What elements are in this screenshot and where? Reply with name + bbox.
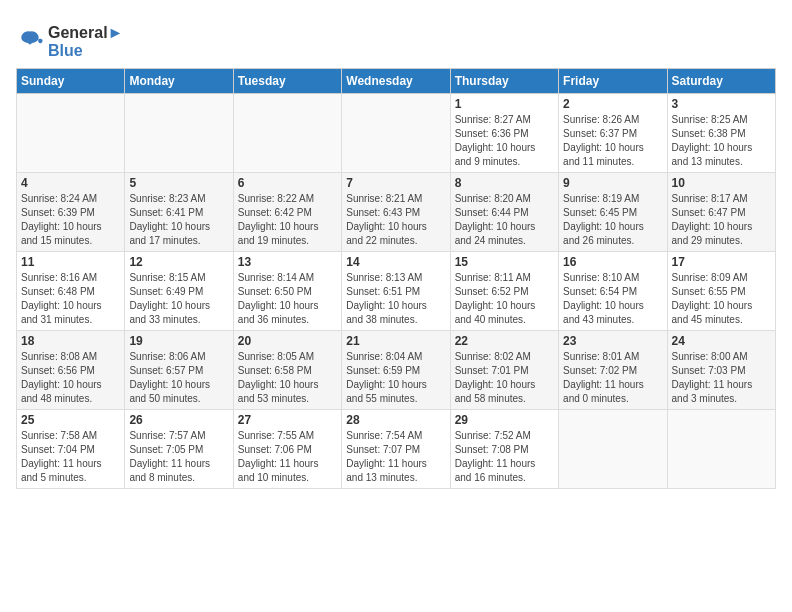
- day-number: 10: [672, 176, 771, 190]
- day-number: 25: [21, 413, 120, 427]
- calendar-cell: 14Sunrise: 8:13 AMSunset: 6:51 PMDayligh…: [342, 252, 450, 331]
- day-info: Sunrise: 7:57 AMSunset: 7:05 PMDaylight:…: [129, 429, 228, 485]
- calendar-cell: 16Sunrise: 8:10 AMSunset: 6:54 PMDayligh…: [559, 252, 667, 331]
- day-number: 4: [21, 176, 120, 190]
- calendar-cell: 15Sunrise: 8:11 AMSunset: 6:52 PMDayligh…: [450, 252, 558, 331]
- day-number: 29: [455, 413, 554, 427]
- calendar-header: SundayMondayTuesdayWednesdayThursdayFrid…: [17, 69, 776, 94]
- calendar-cell: 22Sunrise: 8:02 AMSunset: 7:01 PMDayligh…: [450, 331, 558, 410]
- logo-icon: [16, 28, 44, 56]
- day-number: 2: [563, 97, 662, 111]
- calendar-cell: 13Sunrise: 8:14 AMSunset: 6:50 PMDayligh…: [233, 252, 341, 331]
- calendar-cell: [233, 94, 341, 173]
- calendar-cell: 18Sunrise: 8:08 AMSunset: 6:56 PMDayligh…: [17, 331, 125, 410]
- calendar-cell: 5Sunrise: 8:23 AMSunset: 6:41 PMDaylight…: [125, 173, 233, 252]
- day-info: Sunrise: 8:00 AMSunset: 7:03 PMDaylight:…: [672, 350, 771, 406]
- day-number: 11: [21, 255, 120, 269]
- calendar-cell: 2Sunrise: 8:26 AMSunset: 6:37 PMDaylight…: [559, 94, 667, 173]
- day-number: 1: [455, 97, 554, 111]
- day-info: Sunrise: 8:21 AMSunset: 6:43 PMDaylight:…: [346, 192, 445, 248]
- calendar-cell: 6Sunrise: 8:22 AMSunset: 6:42 PMDaylight…: [233, 173, 341, 252]
- day-info: Sunrise: 8:19 AMSunset: 6:45 PMDaylight:…: [563, 192, 662, 248]
- day-info: Sunrise: 8:05 AMSunset: 6:58 PMDaylight:…: [238, 350, 337, 406]
- header-day-friday: Friday: [559, 69, 667, 94]
- logo: General► Blue: [16, 24, 123, 60]
- day-number: 27: [238, 413, 337, 427]
- header-day-wednesday: Wednesday: [342, 69, 450, 94]
- day-info: Sunrise: 8:25 AMSunset: 6:38 PMDaylight:…: [672, 113, 771, 169]
- day-number: 24: [672, 334, 771, 348]
- day-number: 15: [455, 255, 554, 269]
- header-day-tuesday: Tuesday: [233, 69, 341, 94]
- calendar-cell: 1Sunrise: 8:27 AMSunset: 6:36 PMDaylight…: [450, 94, 558, 173]
- day-info: Sunrise: 8:06 AMSunset: 6:57 PMDaylight:…: [129, 350, 228, 406]
- week-row-5: 25Sunrise: 7:58 AMSunset: 7:04 PMDayligh…: [17, 410, 776, 489]
- calendar-cell: [17, 94, 125, 173]
- day-info: Sunrise: 8:22 AMSunset: 6:42 PMDaylight:…: [238, 192, 337, 248]
- calendar-cell: 3Sunrise: 8:25 AMSunset: 6:38 PMDaylight…: [667, 94, 775, 173]
- calendar-body: 1Sunrise: 8:27 AMSunset: 6:36 PMDaylight…: [17, 94, 776, 489]
- week-row-1: 1Sunrise: 8:27 AMSunset: 6:36 PMDaylight…: [17, 94, 776, 173]
- header-row: SundayMondayTuesdayWednesdayThursdayFrid…: [17, 69, 776, 94]
- day-info: Sunrise: 8:20 AMSunset: 6:44 PMDaylight:…: [455, 192, 554, 248]
- day-info: Sunrise: 8:08 AMSunset: 6:56 PMDaylight:…: [21, 350, 120, 406]
- calendar-cell: 4Sunrise: 8:24 AMSunset: 6:39 PMDaylight…: [17, 173, 125, 252]
- day-info: Sunrise: 7:54 AMSunset: 7:07 PMDaylight:…: [346, 429, 445, 485]
- header-day-saturday: Saturday: [667, 69, 775, 94]
- calendar-cell: 10Sunrise: 8:17 AMSunset: 6:47 PMDayligh…: [667, 173, 775, 252]
- day-number: 14: [346, 255, 445, 269]
- calendar-cell: 25Sunrise: 7:58 AMSunset: 7:04 PMDayligh…: [17, 410, 125, 489]
- day-number: 3: [672, 97, 771, 111]
- day-number: 20: [238, 334, 337, 348]
- calendar-cell: 7Sunrise: 8:21 AMSunset: 6:43 PMDaylight…: [342, 173, 450, 252]
- day-info: Sunrise: 8:17 AMSunset: 6:47 PMDaylight:…: [672, 192, 771, 248]
- week-row-4: 18Sunrise: 8:08 AMSunset: 6:56 PMDayligh…: [17, 331, 776, 410]
- calendar-cell: [125, 94, 233, 173]
- day-number: 7: [346, 176, 445, 190]
- calendar-cell: 20Sunrise: 8:05 AMSunset: 6:58 PMDayligh…: [233, 331, 341, 410]
- header-day-monday: Monday: [125, 69, 233, 94]
- day-info: Sunrise: 8:09 AMSunset: 6:55 PMDaylight:…: [672, 271, 771, 327]
- day-number: 8: [455, 176, 554, 190]
- day-info: Sunrise: 7:58 AMSunset: 7:04 PMDaylight:…: [21, 429, 120, 485]
- day-number: 16: [563, 255, 662, 269]
- day-number: 12: [129, 255, 228, 269]
- week-row-3: 11Sunrise: 8:16 AMSunset: 6:48 PMDayligh…: [17, 252, 776, 331]
- calendar-table: SundayMondayTuesdayWednesdayThursdayFrid…: [16, 68, 776, 489]
- day-number: 19: [129, 334, 228, 348]
- page-header: General► Blue: [16, 16, 776, 60]
- day-info: Sunrise: 8:26 AMSunset: 6:37 PMDaylight:…: [563, 113, 662, 169]
- day-info: Sunrise: 8:02 AMSunset: 7:01 PMDaylight:…: [455, 350, 554, 406]
- day-info: Sunrise: 8:27 AMSunset: 6:36 PMDaylight:…: [455, 113, 554, 169]
- header-day-sunday: Sunday: [17, 69, 125, 94]
- week-row-2: 4Sunrise: 8:24 AMSunset: 6:39 PMDaylight…: [17, 173, 776, 252]
- day-number: 17: [672, 255, 771, 269]
- day-number: 23: [563, 334, 662, 348]
- day-info: Sunrise: 8:16 AMSunset: 6:48 PMDaylight:…: [21, 271, 120, 327]
- calendar-cell: 8Sunrise: 8:20 AMSunset: 6:44 PMDaylight…: [450, 173, 558, 252]
- calendar-cell: 24Sunrise: 8:00 AMSunset: 7:03 PMDayligh…: [667, 331, 775, 410]
- day-number: 28: [346, 413, 445, 427]
- day-number: 6: [238, 176, 337, 190]
- calendar-cell: 9Sunrise: 8:19 AMSunset: 6:45 PMDaylight…: [559, 173, 667, 252]
- calendar-cell: 27Sunrise: 7:55 AMSunset: 7:06 PMDayligh…: [233, 410, 341, 489]
- day-info: Sunrise: 8:24 AMSunset: 6:39 PMDaylight:…: [21, 192, 120, 248]
- day-info: Sunrise: 8:04 AMSunset: 6:59 PMDaylight:…: [346, 350, 445, 406]
- day-info: Sunrise: 8:15 AMSunset: 6:49 PMDaylight:…: [129, 271, 228, 327]
- day-number: 18: [21, 334, 120, 348]
- day-info: Sunrise: 8:13 AMSunset: 6:51 PMDaylight:…: [346, 271, 445, 327]
- day-number: 21: [346, 334, 445, 348]
- calendar-cell: 12Sunrise: 8:15 AMSunset: 6:49 PMDayligh…: [125, 252, 233, 331]
- calendar-cell: [559, 410, 667, 489]
- day-info: Sunrise: 8:14 AMSunset: 6:50 PMDaylight:…: [238, 271, 337, 327]
- day-info: Sunrise: 8:11 AMSunset: 6:52 PMDaylight:…: [455, 271, 554, 327]
- calendar-cell: [342, 94, 450, 173]
- day-info: Sunrise: 8:23 AMSunset: 6:41 PMDaylight:…: [129, 192, 228, 248]
- day-number: 22: [455, 334, 554, 348]
- day-info: Sunrise: 8:10 AMSunset: 6:54 PMDaylight:…: [563, 271, 662, 327]
- calendar-cell: [667, 410, 775, 489]
- day-number: 26: [129, 413, 228, 427]
- calendar-cell: 28Sunrise: 7:54 AMSunset: 7:07 PMDayligh…: [342, 410, 450, 489]
- calendar-cell: 21Sunrise: 8:04 AMSunset: 6:59 PMDayligh…: [342, 331, 450, 410]
- day-info: Sunrise: 8:01 AMSunset: 7:02 PMDaylight:…: [563, 350, 662, 406]
